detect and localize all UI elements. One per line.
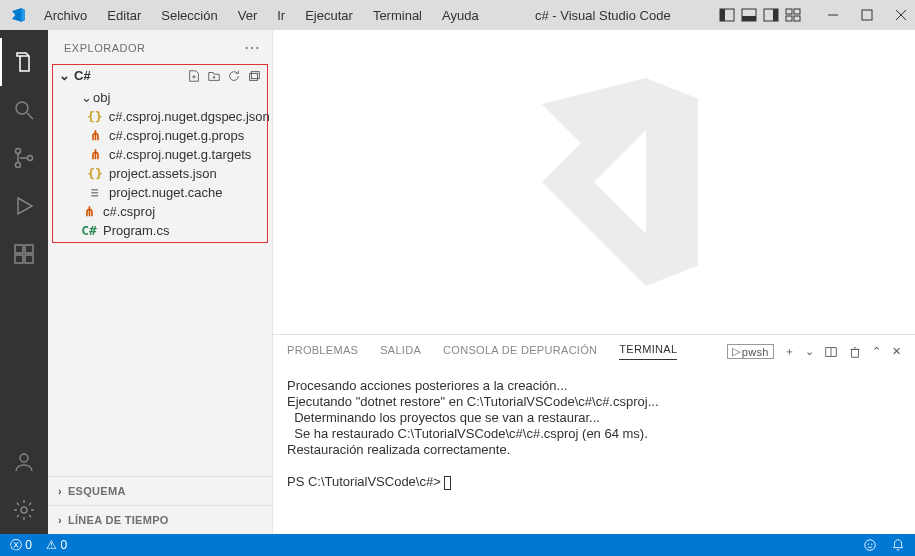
tab-terminal[interactable]: TERMINAL bbox=[619, 343, 677, 360]
tab-problems[interactable]: PROBLEMAS bbox=[287, 344, 358, 360]
new-terminal-icon[interactable]: ＋ bbox=[784, 344, 795, 359]
file-label: project.nuget.cache bbox=[109, 185, 222, 200]
folder-label: obj bbox=[93, 90, 110, 105]
terminal-shell-selector[interactable]: ▷ pwsh bbox=[727, 344, 774, 359]
window-maximize-icon[interactable] bbox=[859, 7, 875, 23]
project-root[interactable]: ⌄ C# bbox=[53, 65, 267, 86]
svg-rect-3 bbox=[742, 16, 756, 21]
activity-source-control-icon[interactable] bbox=[0, 134, 48, 182]
terminal-cursor bbox=[444, 476, 451, 490]
chevron-right-icon: ▷ bbox=[732, 345, 740, 358]
file-row[interactable]: C#Program.cs bbox=[53, 221, 267, 240]
svg-point-29 bbox=[865, 540, 876, 551]
activity-run-debug-icon[interactable] bbox=[0, 182, 48, 230]
menu-edit[interactable]: Editar bbox=[99, 4, 149, 27]
outline-section[interactable]: ›ESQUEMA bbox=[48, 476, 272, 505]
svg-point-31 bbox=[871, 543, 872, 544]
toggle-secondary-sidebar-icon[interactable] bbox=[763, 7, 779, 23]
tab-debug-console[interactable]: CONSOLA DE DEPURACIÓN bbox=[443, 344, 597, 360]
chevron-right-icon: › bbox=[58, 485, 62, 497]
maximize-panel-icon[interactable]: ⌃ bbox=[872, 345, 881, 358]
file-label: c#.csproj.nuget.g.targets bbox=[109, 147, 251, 162]
menu-go[interactable]: Ir bbox=[269, 4, 293, 27]
file-row[interactable]: ≡project.nuget.cache bbox=[53, 183, 267, 202]
tab-output[interactable]: SALIDA bbox=[380, 344, 421, 360]
json-file-icon: {} bbox=[87, 166, 103, 181]
svg-point-30 bbox=[868, 543, 869, 544]
refresh-icon[interactable] bbox=[227, 69, 241, 83]
svg-point-14 bbox=[16, 102, 28, 114]
svg-line-15 bbox=[27, 113, 33, 119]
svg-rect-5 bbox=[773, 9, 778, 21]
toggle-primary-sidebar-icon[interactable] bbox=[719, 7, 735, 23]
file-label: c#.csproj bbox=[103, 204, 155, 219]
activity-settings-gear-icon[interactable] bbox=[0, 486, 48, 534]
svg-rect-22 bbox=[25, 245, 33, 253]
status-warnings[interactable]: ⚠ 0 bbox=[46, 538, 67, 552]
xml-file-icon: ⋔ bbox=[87, 147, 103, 162]
customize-layout-icon[interactable] bbox=[785, 7, 801, 23]
file-row[interactable]: ⋔c#.csproj.nuget.g.targets bbox=[53, 145, 267, 164]
status-feedback-icon[interactable] bbox=[863, 538, 877, 552]
editor-watermark bbox=[273, 30, 915, 334]
activity-account-icon[interactable] bbox=[0, 438, 48, 486]
section-label: ESQUEMA bbox=[68, 485, 126, 497]
menu-view[interactable]: Ver bbox=[230, 4, 266, 27]
svg-point-18 bbox=[28, 156, 33, 161]
close-panel-icon[interactable]: ✕ bbox=[892, 345, 901, 358]
toggle-panel-icon[interactable] bbox=[741, 7, 757, 23]
svg-point-23 bbox=[20, 454, 28, 462]
titlebar: Archivo Editar Selección Ver Ir Ejecutar… bbox=[0, 0, 915, 30]
menu-run[interactable]: Ejecutar bbox=[297, 4, 361, 27]
activity-extensions-icon[interactable] bbox=[0, 230, 48, 278]
explorer-highlight-box: ⌄ C# ⌄ obj {}c#.csproj.nuget.dgspec.json… bbox=[52, 64, 268, 243]
explorer-more-icon[interactable]: ⋯ bbox=[244, 40, 261, 56]
terminal-output[interactable]: Procesando acciones posteriores a la cre… bbox=[273, 360, 915, 534]
chevron-down-icon: ⌄ bbox=[81, 90, 93, 105]
folder-obj[interactable]: ⌄ obj bbox=[53, 88, 267, 107]
kill-terminal-icon[interactable] bbox=[848, 345, 862, 359]
panel-tabs: PROBLEMAS SALIDA CONSOLA DE DEPURACIÓN T… bbox=[273, 335, 915, 360]
svg-rect-20 bbox=[15, 255, 23, 263]
svg-rect-11 bbox=[862, 10, 872, 20]
svg-rect-6 bbox=[786, 9, 792, 14]
window-close-icon[interactable] bbox=[893, 7, 909, 23]
menu-help[interactable]: Ayuda bbox=[434, 4, 487, 27]
activity-search-icon[interactable] bbox=[0, 86, 48, 134]
xml-file-icon: ⋔ bbox=[81, 204, 97, 219]
status-bar: ⓧ 0 ⚠ 0 bbox=[0, 534, 915, 556]
file-row[interactable]: ⋔c#.csproj bbox=[53, 202, 267, 221]
xml-file-icon: ⋔ bbox=[87, 128, 103, 143]
file-row[interactable]: {}project.assets.json bbox=[53, 164, 267, 183]
menu-file[interactable]: Archivo bbox=[36, 4, 95, 27]
file-row[interactable]: ⋔c#.csproj.nuget.g.props bbox=[53, 126, 267, 145]
menu-selection[interactable]: Selección bbox=[153, 4, 225, 27]
split-terminal-icon[interactable] bbox=[824, 345, 838, 359]
explorer-sidebar: EXPLORADOR ⋯ ⌄ C# ⌄ obj {}c#.csproj.nu bbox=[48, 30, 273, 534]
project-root-label: C# bbox=[74, 68, 91, 83]
svg-rect-21 bbox=[25, 255, 33, 263]
panel: PROBLEMAS SALIDA CONSOLA DE DEPURACIÓN T… bbox=[273, 334, 915, 534]
activity-explorer-icon[interactable] bbox=[0, 38, 48, 86]
window-minimize-icon[interactable] bbox=[825, 7, 841, 23]
new-file-icon[interactable] bbox=[187, 69, 201, 83]
svg-point-17 bbox=[16, 163, 21, 168]
menu-terminal[interactable]: Terminal bbox=[365, 4, 430, 27]
vscode-logo-icon bbox=[10, 7, 26, 23]
text-file-icon: ≡ bbox=[87, 185, 103, 200]
file-row[interactable]: {}c#.csproj.nuget.dgspec.json bbox=[53, 107, 267, 126]
layout-controls bbox=[719, 7, 801, 23]
svg-rect-7 bbox=[794, 9, 800, 14]
svg-rect-19 bbox=[15, 245, 23, 253]
svg-point-24 bbox=[21, 507, 27, 513]
chevron-right-icon: › bbox=[58, 514, 62, 526]
terminal-split-dropdown-icon[interactable]: ⌄ bbox=[805, 345, 814, 358]
new-folder-icon[interactable] bbox=[207, 69, 221, 83]
status-errors[interactable]: ⓧ 0 bbox=[10, 537, 32, 554]
activity-bar bbox=[0, 30, 48, 534]
chevron-down-icon: ⌄ bbox=[59, 68, 70, 83]
collapse-all-icon[interactable] bbox=[247, 69, 261, 83]
status-notifications-icon[interactable] bbox=[891, 538, 905, 552]
timeline-section[interactable]: ›LÍNEA DE TIEMPO bbox=[48, 505, 272, 534]
csharp-file-icon: C# bbox=[81, 223, 97, 238]
